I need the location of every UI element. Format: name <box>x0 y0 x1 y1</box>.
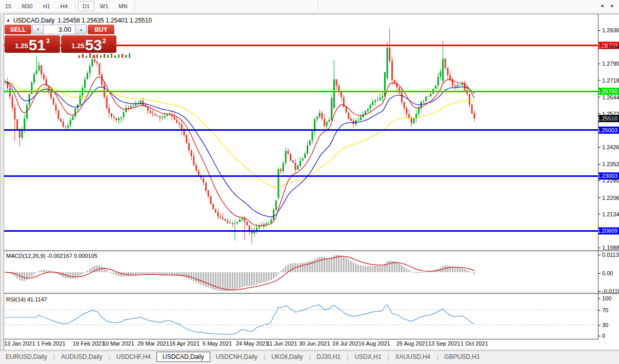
macd-bar <box>242 272 243 287</box>
candle-body <box>9 88 11 97</box>
date-label: 11 Jun 2021 <box>267 340 297 347</box>
candle-body <box>176 119 177 123</box>
volume-input[interactable]: 3.00 <box>44 25 75 34</box>
macd-bar <box>195 272 197 282</box>
level-line-1.25003[interactable] <box>4 129 598 131</box>
candle-wick <box>232 221 233 227</box>
macd-bar <box>370 266 371 272</box>
macd-bar <box>266 272 267 281</box>
macd-bar <box>256 272 257 285</box>
candle-body <box>280 169 282 171</box>
macd-bar <box>316 258 318 272</box>
buy-price-panel[interactable]: 1.25 53 2 <box>61 35 116 53</box>
price-tick-label: 1.23520 <box>602 161 619 167</box>
macd-bar <box>84 272 86 273</box>
candle-body <box>299 161 301 166</box>
candle-body <box>140 101 142 104</box>
tick-mark <box>86 56 87 58</box>
macd-bar <box>428 272 429 272</box>
candle-body <box>249 226 250 231</box>
tab-usdx-h1[interactable]: USDX,H1 <box>349 352 387 362</box>
candle-wick <box>128 106 129 111</box>
macd-bar <box>307 262 308 272</box>
candle-body <box>437 77 439 86</box>
candle-body <box>171 115 173 117</box>
macd-bar <box>338 255 340 272</box>
macd-bar <box>184 272 185 277</box>
candle-body <box>302 158 304 161</box>
date-axis[interactable]: 13 Jan 20211 Feb 202119 Feb 202110 Mar 2… <box>4 340 488 347</box>
candle-body <box>217 212 219 217</box>
tab-usdcnh-daily[interactable]: USDCNH,Daily <box>210 352 263 362</box>
price-tick-label: 1.19880 <box>602 245 619 251</box>
macd-bar <box>456 268 458 272</box>
candle-body <box>311 132 313 140</box>
candle-body <box>57 111 59 119</box>
macd-bar <box>471 272 473 273</box>
tab-xauusd-h4[interactable]: XAUUSD,H4 <box>390 352 436 362</box>
macd-bar <box>459 268 461 272</box>
macd-bar <box>321 257 323 272</box>
tab-scroll-left-icon[interactable]: ◄ <box>600 3 604 8</box>
macd-bar <box>357 265 359 272</box>
candle-body <box>346 107 347 113</box>
macd-bar <box>91 267 93 272</box>
date-label: 16 Apr 2021 <box>169 340 199 347</box>
candle-body <box>16 119 18 130</box>
candle-body <box>33 74 35 82</box>
macd-bar <box>304 262 306 272</box>
tab-audusd-daily[interactable]: AUDUSD,Daily <box>55 352 108 362</box>
candle-body <box>406 108 407 114</box>
tab-scroll-arrows: ◄ ► <box>600 3 615 8</box>
chart-tab-bar: EURUSD,Daily|AUDUSD,Daily|USDCHF,H4USDCA… <box>0 351 619 362</box>
volume-increase-button[interactable]: ▲ <box>75 25 87 34</box>
date-label: 5 May 2021 <box>203 340 232 347</box>
price-tick-label: 1.27180 <box>602 77 619 84</box>
macd-bar <box>246 272 248 286</box>
candle-body <box>84 79 86 88</box>
tab-scroll-right-icon[interactable]: ► <box>610 3 615 8</box>
level-line-1.23003[interactable] <box>4 175 598 177</box>
tab-usdcad-daily[interactable]: USDCAD,Daily <box>156 352 210 362</box>
tab-dj30-h1[interactable]: DJ30,H1 <box>311 352 347 362</box>
candle-body <box>186 135 187 144</box>
macd-bar <box>423 272 424 273</box>
candle-wick <box>220 214 221 220</box>
tab-gbpusd-h1[interactable]: GBPUSD,H1 <box>438 352 485 362</box>
candle-body <box>275 200 277 210</box>
tab-eurusd-daily[interactable]: EURUSD,Daily <box>0 352 53 362</box>
macd-bar <box>464 269 466 272</box>
tick-mark <box>100 55 102 58</box>
candle-body <box>469 94 470 105</box>
sell-button[interactable]: SELL <box>5 25 31 34</box>
macd-bar <box>280 271 282 272</box>
macd-bar <box>261 272 262 283</box>
candle-body <box>219 217 221 218</box>
level-line-1.20609[interactable] <box>4 230 598 232</box>
macd-indicator-label: MACD(12,26,9) -0.002167 0.000105 <box>6 253 97 259</box>
macd-axis-label: -0.01190 <box>602 288 619 294</box>
expand-triangle-icon[interactable]: ▲ <box>6 18 10 23</box>
macd-bar <box>275 272 277 277</box>
rsi-axis-label: 70 <box>602 307 608 313</box>
level-line-1.26700[interactable] <box>4 91 598 92</box>
chart-title: ▲ USDCAD,Daily 1.25458 1.25635 1.25401 1… <box>6 17 152 24</box>
macd-bar <box>234 272 236 290</box>
macd-bar <box>121 272 122 277</box>
candle-body <box>348 113 349 119</box>
candle-body <box>273 210 274 220</box>
macd-bar <box>135 272 136 275</box>
candle-body <box>195 165 197 171</box>
sell-price-panel[interactable]: 1.25 51 3 <box>5 35 60 53</box>
volume-decrease-button[interactable]: ▼ <box>32 25 44 34</box>
rsi-axis-label: 30 <box>602 322 608 328</box>
tab-ukoil-daily[interactable]: UKOil,Daily <box>266 352 308 362</box>
tab-usdchf-h4[interactable]: USDCHF,H4 <box>111 352 156 362</box>
macd-bar <box>77 272 78 277</box>
buy-button[interactable]: BUY <box>88 25 114 34</box>
candle-body <box>326 122 328 126</box>
candle-body <box>266 223 267 224</box>
candle-body <box>425 97 427 102</box>
macd-bar <box>191 272 192 280</box>
candle-body <box>411 118 412 124</box>
